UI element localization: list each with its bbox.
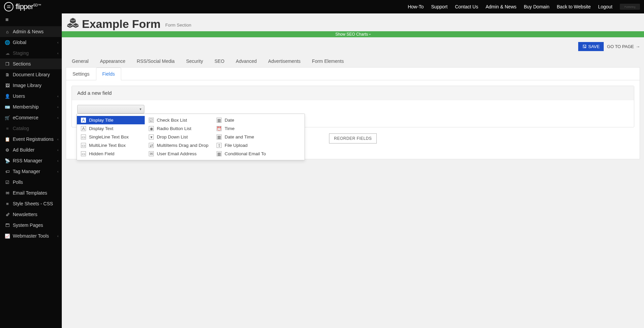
sidebar-item-label: Staging	[13, 50, 29, 56]
nav-howto[interactable]: How-To	[408, 4, 423, 9]
chevron-left-icon: ‹	[57, 234, 58, 238]
sidebar-item-style-sheets-css[interactable]: ≡Style Sheets - CSS	[0, 198, 62, 209]
field-type-label: MultiLine Text Box	[89, 143, 126, 148]
sidebar-item-label: Style Sheets - CSS	[13, 201, 53, 206]
field-type-icon: ▭	[81, 134, 86, 139]
tab-general[interactable]: General	[71, 56, 89, 67]
tab-appearance[interactable]: Appearance	[99, 56, 126, 67]
field-type-label: MultiItems Drag and Drop	[157, 143, 209, 148]
tab-rss-social[interactable]: RSS/Social Media	[136, 56, 175, 67]
globe-icon: 🌐	[5, 40, 10, 45]
field-type-icon: ⏰	[217, 126, 222, 131]
cubes-icon	[67, 18, 79, 30]
nav-support[interactable]: Support	[431, 4, 448, 9]
sidebar-item-ecommerce[interactable]: 🛒eCommerce‹	[0, 112, 62, 123]
field-type-option-multiitems-drag-and-drop[interactable]: ⇄MultiItems Drag and Drop	[145, 141, 213, 150]
sidebar-item-label: Document Library	[13, 72, 50, 77]
field-type-option-singleline-text-box[interactable]: ▭SingleLine Text Box	[77, 133, 145, 141]
field-type-option-multiline-text-box[interactable]: ▭MultiLine Text Box	[77, 141, 145, 150]
field-type-option-radio-button-list[interactable]: ◉Radio Button List	[145, 124, 213, 133]
seo-charts-bar[interactable]: Show SEO Charts	[62, 31, 644, 37]
sidebar-item-polls[interactable]: ☑Polls	[0, 177, 62, 188]
sidebar-item-label: Catalog	[13, 126, 29, 131]
field-type-label: Date	[225, 118, 234, 123]
field-type-dropdown[interactable]: ▼	[77, 105, 144, 114]
field-type-option-display-text[interactable]: ADisplay Text	[77, 124, 145, 133]
top-nav: How-To Support Contact Us Admin & News B…	[408, 4, 640, 10]
field-type-option-display-title[interactable]: ADisplay Title	[77, 116, 145, 124]
cart-icon: 🛒	[5, 115, 10, 120]
sidebar: ≡ ⌂Admin & News🌐Global‹☁Staging‹❒Section…	[0, 13, 62, 328]
sidebar-item-global[interactable]: 🌐Global‹	[0, 37, 62, 48]
field-type-icon: A	[81, 118, 86, 123]
field-type-icon: ⇄	[149, 143, 154, 148]
nav-logout[interactable]: Logout	[598, 4, 612, 9]
field-type-icon: ▭	[81, 143, 86, 148]
nav-buy-domain[interactable]: Buy Domain	[524, 4, 549, 9]
field-type-option-hidden-field[interactable]: ▭Hidden Field	[77, 150, 145, 158]
save-button[interactable]: 🖫 SAVE	[578, 42, 604, 51]
sidebar-item-membership[interactable]: 🪪Membership‹	[0, 101, 62, 112]
sidebar-item-system-pages[interactable]: 🗔System Pages	[0, 220, 62, 231]
sidebar-item-label: Global	[13, 40, 26, 45]
logo-text: flipperSD™	[15, 2, 41, 11]
doc-icon: 🗎	[5, 72, 10, 77]
sidebar-item-event-registrations[interactable]: 📋Event Registrations‹	[0, 134, 62, 145]
sidebar-item-label: Newsletters	[13, 212, 37, 217]
field-type-label: Drop Down List	[157, 134, 188, 139]
field-type-label: Time	[225, 126, 235, 131]
tab-advanced[interactable]: Advanced	[235, 56, 257, 67]
field-type-label: Conditional Email To	[225, 151, 266, 156]
css-icon: ≡	[5, 201, 10, 206]
tab-seo[interactable]: SEO	[214, 56, 225, 67]
chevron-left-icon: ‹	[57, 116, 58, 120]
nav-contact[interactable]: Contact Us	[455, 4, 478, 9]
field-type-dropdown-panel: ADisplay TitleADisplay Text▭SingleLine T…	[77, 114, 305, 160]
check-icon: ☑	[5, 180, 10, 185]
field-type-option-drop-down-list[interactable]: ▾Drop Down List	[145, 133, 213, 141]
tab-form-elements[interactable]: Form Elements	[311, 56, 344, 67]
field-type-option-date-and-time[interactable]: ▦Date and Time	[213, 133, 280, 141]
sidebar-item-ad-builder[interactable]: ⚙Ad Builder‹	[0, 145, 62, 155]
field-type-label: User Email Address	[157, 151, 197, 156]
sidebar-item-newsletters[interactable]: 🗞Newsletters	[0, 209, 62, 220]
field-type-option-user-email-address[interactable]: ✉User Email Address	[145, 150, 213, 158]
sidebar-item-users[interactable]: 👤Users‹	[0, 91, 62, 101]
nav-admin-news[interactable]: Admin & News	[486, 4, 516, 9]
rss-icon: 📡	[5, 158, 10, 163]
sidebar-item-sections[interactable]: ❒Sections	[0, 58, 62, 69]
field-type-icon: ☑	[149, 118, 154, 123]
logo[interactable]: = flipperSD™	[4, 2, 41, 11]
tabs: General Appearance RSS/Social Media Secu…	[66, 54, 640, 68]
tag-icon: 🏷	[5, 169, 10, 174]
field-type-option-check-box-list[interactable]: ☑Check Box List	[145, 116, 213, 124]
sidebar-item-webmaster-tools[interactable]: 📈Webmaster Tools‹	[0, 231, 62, 241]
chevron-left-icon: ‹	[57, 137, 58, 141]
field-type-label: SingleLine Text Box	[89, 134, 129, 139]
field-type-option-date[interactable]: ▦Date	[213, 116, 280, 124]
field-type-option-conditional-email-to[interactable]: ▦Conditional Email To	[213, 150, 280, 158]
sidebar-item-image-library[interactable]: 🖼Image Library	[0, 80, 62, 91]
field-type-option-time[interactable]: ⏰Time	[213, 124, 280, 133]
sidebar-item-tag-manager[interactable]: 🏷Tag Manager‹	[0, 166, 62, 177]
subtab-settings[interactable]: Settings	[66, 68, 96, 80]
arrow-right-icon: →	[636, 44, 640, 49]
cubes-icon: ❒	[5, 62, 10, 67]
nav-back-to-website[interactable]: Back to Website	[557, 4, 591, 9]
field-type-icon: ▾	[149, 134, 154, 139]
reorder-fields-button[interactable]: REORDER FIELDS	[329, 133, 377, 144]
field-type-option-file-upload[interactable]: ⇪File Upload	[213, 141, 280, 150]
caret-down-icon: ▼	[139, 108, 142, 111]
tab-security[interactable]: Security	[185, 56, 204, 67]
subtab-fields[interactable]: Fields	[96, 68, 121, 80]
sidebar-item-email-templates[interactable]: ✉Email Templates	[0, 188, 62, 198]
topbar: = flipperSD™ How-To Support Contact Us A…	[0, 0, 644, 13]
tab-advertisements[interactable]: Advertisements	[268, 56, 301, 67]
hamburger-toggle[interactable]: ≡	[0, 13, 62, 26]
sidebar-item-rss-manager[interactable]: 📡RSS Manager‹	[0, 155, 62, 166]
field-type-label: Hidden Field	[89, 151, 114, 156]
sidebar-item-admin-news[interactable]: ⌂Admin & News	[0, 26, 62, 37]
sidebar-item-document-library[interactable]: 🗎Document Library	[0, 69, 62, 80]
sys-icon: 🗔	[5, 223, 10, 228]
go-to-page-button[interactable]: GO TO PAGE →	[607, 42, 640, 51]
